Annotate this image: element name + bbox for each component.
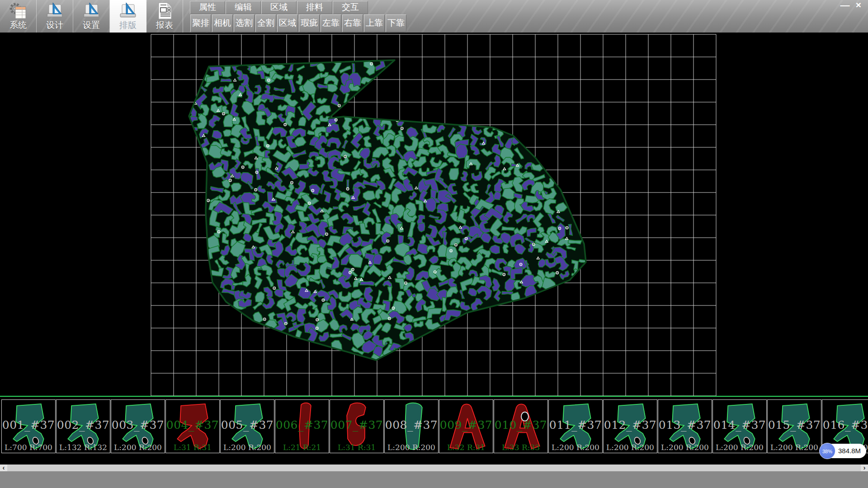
piece-marker-dot	[312, 190, 313, 191]
piece-marker-dot	[208, 200, 209, 201]
scroll-right-icon[interactable]: ›	[861, 465, 868, 471]
menu2-button-5[interactable]: 区域	[277, 14, 298, 32]
piece-marker-dot	[242, 167, 243, 168]
part-shape	[57, 400, 110, 453]
part-shape	[166, 400, 219, 453]
part-shape	[494, 400, 547, 453]
thumbnail-cell[interactable]: 011_#37L:200 R:200	[548, 399, 603, 453]
menu2-button-4[interactable]: 全割	[255, 14, 276, 32]
menu2-button-10[interactable]: 下靠	[386, 14, 406, 32]
piece-marker-dot	[352, 269, 353, 270]
menu2-button-2[interactable]: 相机	[212, 14, 233, 32]
piece-marker-dot	[559, 228, 560, 229]
top-toolbar: 系统设计设置排版报表 属性编辑区域排料交互 聚排相机选割全割区域瑕疵左靠右靠上靠…	[0, 0, 868, 33]
piece-marker-dot	[274, 288, 275, 289]
main-button-3[interactable]: 设置	[73, 0, 110, 33]
menu2-button-6[interactable]: 瑕疵	[299, 14, 320, 32]
thumbnail-cell[interactable]: 002_#37L:132 R:132	[56, 399, 110, 453]
horizontal-scrollbar[interactable]: ‹ ›	[0, 465, 868, 471]
piece-marker-dot	[520, 264, 521, 265]
piece-marker-dot	[533, 244, 534, 245]
part-shape	[768, 400, 821, 453]
nested-piece[interactable]	[360, 281, 374, 286]
part-shape	[439, 400, 493, 453]
piece-marker-dot	[309, 203, 310, 204]
menu1-button-3[interactable]: 区域	[261, 1, 297, 14]
menu2-button-8[interactable]: 右靠	[342, 14, 363, 32]
menu2-button-7[interactable]: 左靠	[321, 14, 341, 32]
piece-marker-dot	[406, 282, 406, 283]
main-button-label: 排版	[110, 19, 146, 31]
main-button-label: 设计	[37, 19, 73, 31]
thumbnail-cell[interactable]: 006_#37L:21 R:21	[275, 399, 329, 453]
main-button-label: 系统	[0, 19, 36, 31]
menu2-button-9[interactable]: 上靠	[364, 14, 385, 32]
nested-piece[interactable]	[347, 180, 349, 188]
scroll-left-icon[interactable]: ‹	[0, 465, 7, 471]
status-bar	[0, 471, 868, 488]
piece-marker-dot	[566, 227, 567, 228]
piece-marker-dot	[389, 318, 390, 319]
nested-piece[interactable]	[418, 223, 425, 232]
part-shape	[604, 400, 657, 453]
part-shape	[221, 400, 274, 453]
piece-marker-dot	[268, 80, 269, 80]
piece-marker-dot	[292, 182, 292, 183]
thumbnail-cell[interactable]: 007_#37L:31 R:31	[330, 399, 384, 453]
main-button-4[interactable]: 排版	[110, 0, 146, 33]
piece-marker-dot	[504, 274, 505, 275]
thumbnail-cell[interactable]: 009_#37L:32 R:31	[439, 399, 493, 453]
nested-piece[interactable]	[568, 240, 582, 244]
thumbnail-strip: 001_#37L:700 R:700002_#37L:132 R:132003_…	[0, 399, 868, 454]
nested-piece[interactable]	[221, 79, 231, 82]
nesting-canvas[interactable]	[0, 33, 868, 397]
nested-piece[interactable]	[449, 168, 459, 180]
main-button-group: 系统设计设置排版报表	[0, 0, 183, 33]
piece-marker-dot	[323, 300, 324, 300]
piece-marker-dot	[335, 119, 336, 120]
part-shape	[385, 400, 438, 453]
part-shape	[549, 400, 602, 453]
thumbnail-cell[interactable]: 013_#37L:200 R:200	[658, 399, 712, 453]
piece-marker-dot	[456, 244, 457, 245]
part-shape	[330, 400, 383, 453]
thumbnail-cell[interactable]: 008_#37L:200 R:200	[384, 399, 439, 453]
thumbnail-cell[interactable]: 001_#37L:700 R:700	[1, 399, 56, 453]
main-button-2[interactable]: 设计	[37, 0, 73, 33]
menu1-button-4[interactable]: 排料	[297, 1, 332, 14]
piece-marker-dot	[255, 189, 256, 190]
nested-piece[interactable]	[272, 61, 285, 70]
menu1-button-1[interactable]: 属性	[190, 1, 225, 14]
part-shape	[111, 400, 165, 453]
nested-piece[interactable]	[330, 333, 342, 338]
menu2-button-1[interactable]: 聚排	[190, 14, 211, 32]
piece-marker-dot	[350, 272, 351, 273]
piece-marker-dot	[434, 272, 435, 272]
menu1-button-5[interactable]: 交互	[333, 1, 368, 14]
thumbnail-cell[interactable]: 010_#37L:33 R:33	[494, 399, 548, 453]
minimize-button[interactable]: —	[838, 0, 852, 11]
thumbnail-cell[interactable]: 003_#37L:200 R:200	[111, 399, 165, 453]
thumbnail-cell[interactable]: 004_#37L:31 R:31	[165, 399, 220, 453]
nested-piece[interactable]	[352, 63, 355, 73]
progress-percent-indicator: 38%	[819, 443, 835, 459]
part-shape	[658, 400, 712, 453]
thumbnail-cell[interactable]: 014_#37L:200 R:200	[712, 399, 767, 453]
menu-row-1: 属性编辑区域排料交互	[190, 1, 368, 14]
main-button-label: 报表	[146, 19, 183, 31]
piece-marker-dot	[345, 156, 346, 157]
piece-marker-dot	[317, 319, 318, 320]
close-button[interactable]: ×	[852, 0, 865, 11]
thumbnail-cell[interactable]: 012_#37L:200 R:200	[603, 399, 657, 453]
thumbnail-cell[interactable]: 015_#37L:200 R:200	[767, 399, 821, 453]
nested-piece[interactable]	[425, 197, 436, 211]
menu1-button-2[interactable]: 编辑	[226, 1, 261, 14]
window-controls: — ×	[838, 0, 865, 11]
menu2-button-3[interactable]: 选割	[234, 14, 255, 32]
main-button-5[interactable]: 报表	[146, 0, 183, 33]
main-button-1[interactable]: 系统	[0, 0, 37, 33]
nested-piece[interactable]	[328, 84, 338, 92]
nested-piece[interactable]	[363, 191, 376, 200]
thumbnail-cell[interactable]: 005_#37L:200 R:200	[220, 399, 274, 453]
piece-marker-dot	[393, 308, 394, 309]
